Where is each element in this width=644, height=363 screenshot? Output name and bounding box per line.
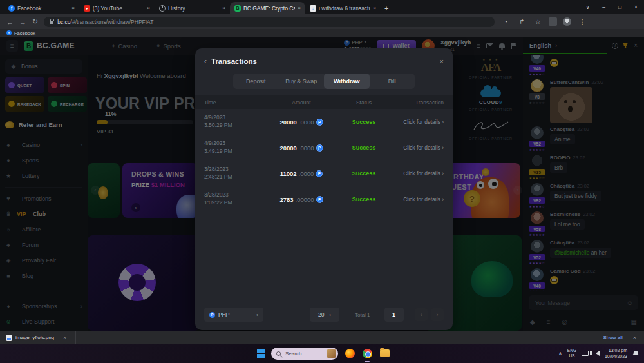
close-button[interactable]: ×	[628, 0, 644, 14]
sidebar-tile[interactable]: SPIN	[48, 77, 87, 93]
new-tab-button[interactable]: +	[384, 5, 388, 12]
chat-coin-icon[interactable]: ◎	[562, 319, 568, 326]
chat-username[interactable]: Gamble God	[550, 268, 581, 274]
performance-icon[interactable]: ◔	[500, 18, 511, 25]
tab-close-icon[interactable]: ×	[373, 5, 376, 11]
reload-icon[interactable]: ↻	[32, 17, 38, 26]
avatar[interactable]	[531, 55, 544, 64]
sidebar-tile[interactable]: QUEST	[5, 77, 44, 93]
modal-tab[interactable]: Withdraw	[324, 74, 370, 89]
sidebar-nav-item[interactable]: ★ Lottery	[5, 168, 82, 184]
avatar[interactable]	[531, 155, 544, 168]
modal-back-icon[interactable]: ‹	[204, 57, 207, 66]
sidebar-nav-item[interactable]: ■ Blog	[5, 268, 82, 284]
casino-promo-banner[interactable]	[88, 235, 200, 331]
emoji-picker-icon[interactable]: ☺	[627, 299, 633, 306]
browser-tab[interactable]: f Facebook ×	[4, 2, 79, 14]
maximize-button[interactable]: □	[612, 0, 628, 14]
modal-close-icon[interactable]: ×	[440, 57, 444, 65]
sidebar-nav-item[interactable]: ☼ Affiliate	[5, 222, 82, 237]
sidebar-nav-item[interactable]: ♠ Casino ›	[5, 137, 82, 153]
browser-tab[interactable]: ↓ i withdraw 6 transaction 3 of the ×	[305, 2, 381, 14]
sidebar-item-bonus[interactable]: ◆ Bonus	[5, 59, 82, 74]
avatar[interactable]	[531, 268, 544, 281]
chat-input[interactable]	[534, 299, 623, 307]
avatar[interactable]	[531, 211, 544, 224]
modal-tab[interactable]: Deposit	[233, 74, 279, 89]
hamburger-icon[interactable]: ≡	[6, 40, 18, 52]
page-size-select[interactable]: 20 ›	[310, 308, 339, 322]
sidebar-tile[interactable]: RAKEBACK	[5, 96, 44, 112]
address-bar[interactable]: bc.co/#/transactions/withdraw/PHPFIAT	[44, 17, 495, 27]
modal-tab[interactable]: Bill	[370, 74, 415, 89]
header-nav-item[interactable]: ● Sports	[156, 43, 181, 50]
browser-tab[interactable]: History ×	[155, 2, 230, 14]
drops-and-wins-banner[interactable]: DROPS & WINS PRIZE $1 MILLION ›	[122, 163, 198, 218]
forward-icon[interactable]: →	[19, 18, 26, 26]
chat-info-icon[interactable]: i	[612, 43, 618, 49]
carousel-left-icon[interactable]: ‹	[91, 186, 100, 195]
start-button-icon[interactable]	[257, 349, 265, 358]
notifications-icon[interactable]	[632, 351, 639, 357]
chat-username[interactable]: Chäoștïëa	[550, 183, 574, 189]
tab-close-icon[interactable]: ×	[147, 5, 150, 11]
modal-tab[interactable]: Buy & Swap	[279, 74, 325, 89]
sidebar-tile[interactable]: RECHARGE	[48, 96, 87, 112]
tx-details-link[interactable]: Click for details ›	[391, 144, 444, 151]
sidebar-nav-item[interactable]: ♣ Forum	[5, 237, 82, 253]
taskbar-explorer[interactable]	[379, 344, 390, 363]
browser-tab[interactable]: B BC.GAME: Crypto Casino Games ×	[230, 2, 305, 14]
quest-flag-icon[interactable]	[511, 43, 516, 49]
sidebar-nav-item[interactable]: ● Sports	[5, 153, 82, 168]
chat-username[interactable]: Chäoștïëa	[550, 126, 574, 132]
next-page-button[interactable]: ›	[431, 308, 444, 321]
chat-username[interactable]: Chäoștïëa	[550, 240, 574, 246]
browser-menu-icon[interactable]: ∨	[580, 0, 596, 14]
kebab-menu-icon[interactable]: ⋮	[577, 18, 587, 25]
prev-page-button[interactable]: ‹	[415, 308, 428, 321]
side-panel-icon[interactable]	[549, 17, 557, 26]
sidebar-nav-item[interactable]: ♥ Promotions	[5, 191, 82, 206]
mention[interactable]: @Bdsmichelle	[554, 250, 589, 256]
search-input[interactable]	[284, 350, 323, 357]
downloads-close-icon[interactable]: ×	[633, 335, 636, 341]
display-icon[interactable]	[582, 351, 589, 356]
bcgame-logo-icon[interactable]: B	[24, 41, 33, 51]
bcgame-logo-text[interactable]: BC.GAME	[37, 41, 75, 50]
tab-close-icon[interactable]: ×	[71, 5, 75, 11]
carousel-right-icon[interactable]: ›	[513, 186, 522, 195]
taskbar-search[interactable]	[271, 348, 338, 360]
bell-icon[interactable]	[499, 43, 505, 48]
bookmark-star-icon[interactable]: ☆	[533, 18, 543, 25]
share-icon[interactable]: ↱	[516, 18, 527, 25]
avatar[interactable]	[531, 183, 544, 196]
currency-filter[interactable]: P PHP ›	[204, 308, 263, 322]
volume-icon[interactable]	[596, 351, 600, 356]
download-item[interactable]: image_yfiolc.png ∧	[0, 331, 73, 344]
tx-details-link[interactable]: Click for details ›	[391, 196, 444, 202]
trophy-icon[interactable]	[622, 43, 629, 48]
avatar[interactable]	[531, 79, 544, 92]
chat-rules-icon[interactable]: ≡	[547, 319, 551, 326]
chat-language-tab[interactable]: English	[529, 42, 551, 49]
tab-close-icon[interactable]: ×	[298, 5, 301, 11]
minimize-button[interactable]: –	[596, 0, 612, 14]
inbox-icon[interactable]	[486, 43, 493, 48]
avatar[interactable]	[531, 126, 544, 139]
chat-username[interactable]: ROOFiO	[550, 155, 571, 161]
sidebar-nav-item[interactable]: ♦ Sponsorships ›	[5, 299, 82, 314]
banner-go-icon[interactable]: ›	[131, 203, 140, 212]
show-all-link[interactable]: Show all	[603, 335, 622, 340]
back-icon[interactable]: ←	[6, 18, 14, 26]
taskbar-chrome[interactable]	[361, 344, 373, 363]
profile-avatar[interactable]	[563, 17, 571, 26]
chat-close-icon[interactable]: ×	[634, 42, 638, 49]
facebook-bookmark[interactable]: Facebook	[14, 30, 35, 36]
chat-image-meme[interactable]	[550, 87, 592, 123]
chat-gif-icon[interactable]: ▦	[631, 319, 637, 326]
tx-details-link[interactable]: Click for details ›	[391, 119, 444, 125]
language-indicator[interactable]: ENGUS	[567, 348, 576, 358]
browser-tab[interactable]: ▸ (3) YouTube ×	[79, 2, 155, 14]
sidebar-nav-item[interactable]: ◈ Provably Fair	[5, 253, 82, 268]
tx-details-link[interactable]: Click for details ›	[391, 170, 444, 177]
